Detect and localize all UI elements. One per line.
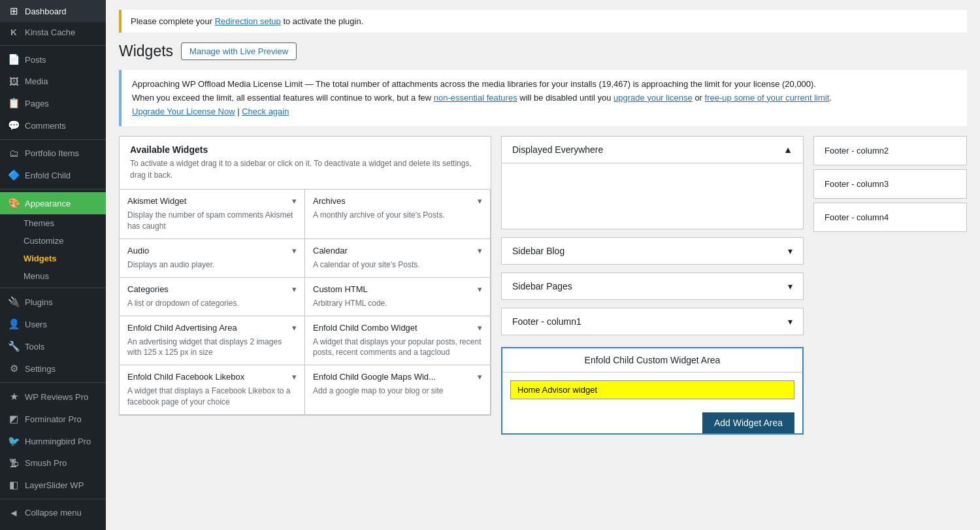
sidebar-item-plugins[interactable]: 🔌 Plugins (0, 291, 106, 313)
footer-column1-header[interactable]: Footer - column1 ▾ (502, 308, 803, 335)
widget-item-custom-html[interactable]: Custom HTML ▾ Arbitrary HTML code. (305, 278, 491, 316)
sidebar-item-pages[interactable]: 📋 Pages (0, 92, 106, 114)
sidebar-item-posts[interactable]: 📄 Posts (0, 48, 106, 71)
main-content: Please complete your Redirection setup t… (106, 0, 980, 530)
footer-column4-item[interactable]: Footer - column4 (813, 203, 967, 232)
collapse-icon: ◄ (8, 507, 20, 518)
sidebar-item-enfold-child[interactable]: 🔷 Enfold Child (0, 164, 106, 186)
sidebar-item-tools[interactable]: 🔧 Tools (0, 335, 106, 357)
sidebar-item-kinsta-cache[interactable]: K Kinsta Cache (0, 22, 106, 42)
sidebar-sub-item-menus[interactable]: Menus (0, 267, 106, 285)
sidebar-item-portfolio-items[interactable]: 🗂 Portfolio Items (0, 142, 106, 164)
users-icon: 👤 (8, 318, 20, 330)
widgets-layout: Available Widgets To activate a widget d… (119, 136, 967, 435)
warning-notice: Please complete your Redirection setup t… (119, 10, 967, 33)
widget-item-calendar[interactable]: Calendar ▾ A calendar of your site's Pos… (305, 239, 491, 278)
sidebar-item-comments[interactable]: 💬 Comments (0, 114, 106, 137)
available-widgets-title: Available Widgets (130, 144, 480, 155)
info-notice-actions: Upgrade Your License Now | Check again (132, 105, 956, 119)
widget-item-akismet[interactable]: Akismet Widget ▾ Display the number of s… (120, 190, 305, 239)
footer-column2-item[interactable]: Footer - column2 (813, 136, 967, 165)
chevron-down-icon: ▾ (292, 323, 297, 333)
widget-item-enfold-facebook[interactable]: Enfold Child Facebook Likebox ▾ A widget… (120, 365, 305, 415)
posts-icon: 📄 (8, 54, 20, 65)
redirection-setup-link[interactable]: Redirection setup (215, 16, 281, 26)
sidebar-item-forminator-pro[interactable]: ◩ Forminator Pro (0, 408, 106, 430)
widget-name-input[interactable] (510, 380, 794, 399)
right-sidebar-columns: Footer - column2 Footer - column3 Footer… (813, 136, 967, 232)
dashboard-icon: ⊞ (8, 5, 20, 17)
media-icon: 🖼 (8, 76, 20, 87)
portfolio-icon: 🗂 (8, 148, 20, 159)
comments-icon: 💬 (8, 120, 20, 131)
chevron-down-icon: ▾ (292, 284, 297, 294)
chevron-down-icon: ▾ (788, 316, 792, 327)
chevron-down-icon: ▾ (478, 284, 482, 294)
sidebar-item-wp-reviews-pro[interactable]: ★ WP Reviews Pro (0, 386, 106, 408)
chevron-down-icon: ▾ (478, 372, 482, 382)
enfold-icon: 🔷 (8, 169, 20, 181)
custom-widget-area-title: Enfold Child Custom Widget Area (502, 348, 802, 373)
appearance-icon: 🎨 (8, 197, 20, 209)
sidebar-sub-item-themes[interactable]: Themes (0, 214, 106, 232)
sidebar-pages-header[interactable]: Sidebar Pages ▾ (502, 273, 803, 299)
footer-column1-area: Footer - column1 ▾ (501, 308, 804, 335)
chevron-down-icon: ▾ (478, 196, 482, 206)
sidebar-item-dashboard[interactable]: ⊞ Dashboard (0, 0, 106, 22)
chevron-down-icon: ▾ (292, 196, 297, 206)
check-again-link[interactable]: Check again (242, 107, 289, 116)
sidebar-item-hummingbird-pro[interactable]: 🐦 Hummingbird Pro (0, 430, 106, 452)
kinsta-icon: K (8, 27, 20, 37)
displayed-everywhere-area: Displayed Everywhere ▲ (501, 136, 804, 229)
widget-item-enfold-advertising[interactable]: Enfold Child Advertising Area ▾ An adver… (120, 316, 305, 366)
forminator-icon: ◩ (8, 413, 20, 425)
sidebar-item-layerslider[interactable]: ◧ LayerSlider WP (0, 474, 106, 496)
upgrade-license-link[interactable]: upgrade your license (613, 93, 693, 103)
chevron-down-icon: ▾ (292, 372, 297, 382)
sidebar-blog-area: Sidebar Blog ▾ (501, 237, 804, 265)
widget-item-archives[interactable]: Archives ▾ A monthly archive of your sit… (305, 190, 491, 239)
widget-item-enfold-google-maps[interactable]: Enfold Child Google Maps Wid... ▾ Add a … (305, 365, 491, 415)
custom-widget-area: Enfold Child Custom Widget Area Add Widg… (501, 347, 804, 435)
widget-item-categories[interactable]: Categories ▾ A list or dropdown of categ… (120, 278, 305, 316)
chevron-down-icon: ▾ (788, 246, 792, 256)
sidebar: ⊞ Dashboard K Kinsta Cache 📄 Posts 🖼 Med… (0, 0, 106, 530)
sidebar-item-media[interactable]: 🖼 Media (0, 71, 106, 92)
sidebar-pages-area: Sidebar Pages ▾ (501, 273, 804, 300)
page-header: Widgets Manage with Live Preview (119, 42, 967, 60)
manage-live-preview-button[interactable]: Manage with Live Preview (181, 42, 297, 60)
info-notice-line2: When you exceed the limit, all essential… (132, 91, 956, 105)
widget-item-enfold-combo[interactable]: Enfold Child Combo Widget ▾ A widget tha… (305, 316, 491, 366)
sidebar-item-users[interactable]: 👤 Users (0, 313, 106, 335)
upgrade-license-now-link[interactable]: Upgrade Your License Now (132, 107, 235, 116)
page-title: Widgets (119, 42, 173, 60)
sidebar-item-appearance[interactable]: 🎨 Appearance (0, 192, 106, 214)
chevron-down-icon: ▾ (478, 246, 482, 256)
chevron-up-icon: ▲ (783, 144, 792, 155)
sidebar-item-smush-pro[interactable]: 🗜 Smush Pro (0, 452, 106, 474)
chevron-down-icon: ▾ (292, 246, 297, 256)
custom-widget-area-body: Add Widget Area (502, 373, 802, 414)
widget-grid: Akismet Widget ▾ Display the number of s… (120, 190, 491, 414)
info-notice: Approaching WP Offload Media License Lim… (119, 70, 967, 126)
chevron-down-icon: ▾ (478, 323, 482, 333)
sidebar-sub-item-customize[interactable]: Customize (0, 232, 106, 250)
info-notice-line1: Approaching WP Offload Media License Lim… (132, 78, 956, 91)
footer-column3-item[interactable]: Footer - column3 (813, 169, 967, 199)
sidebar-item-settings[interactable]: ⚙ Settings (0, 357, 106, 380)
plugins-icon: 🔌 (8, 296, 20, 308)
layerslider-icon: ◧ (8, 479, 20, 491)
available-widgets-header: Available Widgets To activate a widget d… (120, 137, 491, 190)
chevron-down-icon: ▾ (788, 281, 792, 291)
free-up-limit-link[interactable]: free-up some of your current limit (705, 93, 830, 103)
non-essential-features-link[interactable]: non-essential features (434, 93, 517, 103)
available-widgets-panel: Available Widgets To activate a widget d… (119, 136, 491, 415)
sidebar-sub-item-widgets[interactable]: Widgets (0, 250, 106, 267)
settings-icon: ⚙ (8, 363, 20, 374)
displayed-everywhere-header[interactable]: Displayed Everywhere ▲ (502, 137, 803, 163)
add-widget-area-button[interactable]: Add Widget Area (702, 412, 794, 433)
wp-reviews-icon: ★ (8, 391, 20, 403)
sidebar-item-collapse-menu[interactable]: ◄ Collapse menu (0, 502, 106, 523)
sidebar-blog-header[interactable]: Sidebar Blog ▾ (502, 238, 803, 264)
widget-item-audio[interactable]: Audio ▾ Displays an audio player. (120, 239, 305, 278)
